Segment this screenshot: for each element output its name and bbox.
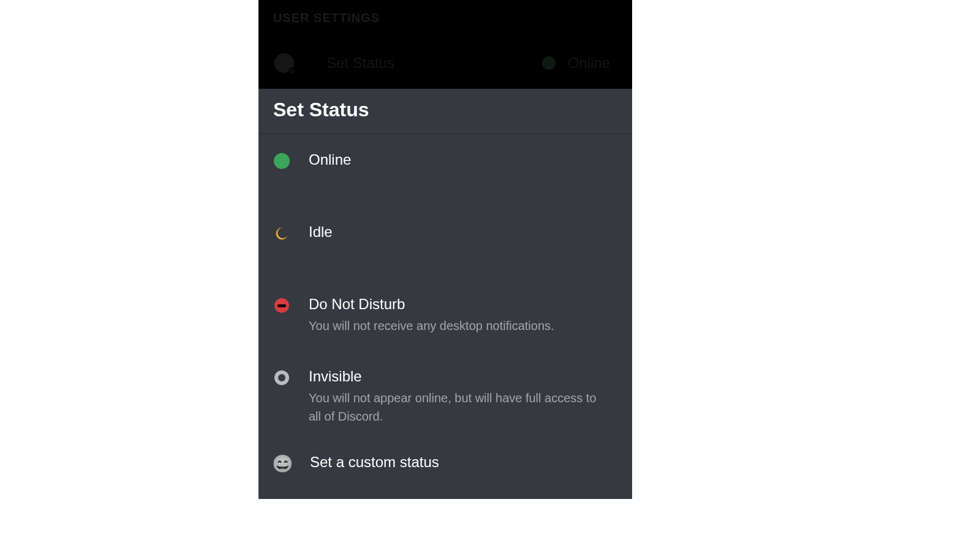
status-option-label: Idle	[309, 223, 333, 241]
status-option-idle[interactable]: Idle	[273, 223, 617, 248]
status-options-list: Online Idle Do Not Disturb You will not …	[258, 134, 632, 479]
header-set-status-row[interactable]: Set Status Online	[273, 53, 617, 73]
invisible-ring-icon	[273, 369, 290, 386]
header-row-label: Set Status	[326, 54, 394, 72]
status-option-desc: You will not appear online, but will hav…	[309, 389, 603, 425]
avatar-status-badge-icon	[288, 67, 296, 75]
sheet-title: Set Status	[273, 99, 617, 121]
idle-moon-icon	[273, 225, 290, 242]
status-option-label: Do Not Disturb	[309, 296, 554, 313]
status-option-invisible[interactable]: Invisible You will not appear online, bu…	[273, 368, 617, 432]
sheet-title-wrap: Set Status	[258, 89, 632, 134]
dnd-icon	[273, 297, 290, 314]
settings-panel: USER SETTINGS Set Status Online Set Stat…	[258, 0, 632, 499]
online-dot-icon	[542, 56, 556, 70]
status-option-label: Set a custom status	[310, 454, 439, 471]
header-current-status: Online	[542, 54, 617, 72]
header-section-label: USER SETTINGS	[273, 11, 617, 25]
status-option-dnd[interactable]: Do Not Disturb You will not receive any …	[273, 296, 617, 341]
status-option-custom[interactable]: 😄 Set a custom status	[273, 454, 617, 479]
status-option-online[interactable]: Online	[273, 151, 617, 176]
header-current-status-label: Online	[568, 54, 610, 72]
set-status-sheet: Set Status Online Idle	[258, 89, 632, 499]
online-dot-icon	[273, 152, 290, 170]
status-option-label: Invisible	[309, 368, 603, 385]
status-option-label: Online	[309, 151, 351, 168]
emoji-smile-icon: 😄	[273, 455, 292, 473]
header-dimmed-backdrop: USER SETTINGS Set Status Online	[258, 0, 632, 89]
user-avatar-icon	[274, 53, 294, 73]
status-option-desc: You will not receive any desktop notific…	[309, 317, 554, 335]
